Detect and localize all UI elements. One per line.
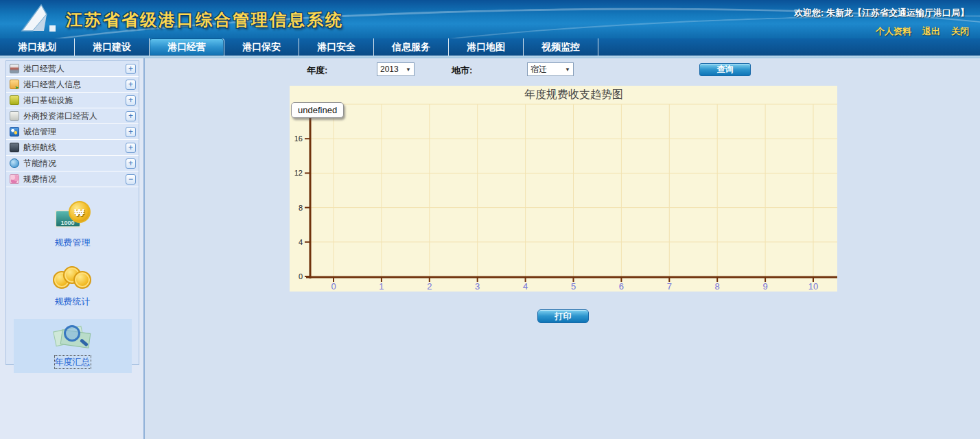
svg-text:0: 0 — [299, 272, 303, 281]
svg-text:6: 6 — [619, 281, 624, 292]
sidebar-item-foreign-investors[interactable]: 外商投资港口经营人 + — [6, 108, 139, 124]
submenu-item-fee-statistics[interactable]: 规费统计 — [53, 264, 93, 308]
header-links: 个人资料 退出 关闭 — [876, 25, 969, 38]
close-link[interactable]: 关闭 — [951, 25, 969, 38]
annual-summary-magnifier-icon — [53, 324, 93, 351]
tab-port-operation[interactable]: 港口经营 — [150, 38, 224, 56]
chart-canvas: 0481216012345678910年度规费收支趋势图 — [290, 86, 837, 292]
main-nav: 港口规划 港口建设 港口经营 港口保安 港口安全 信息服务 港口地图 视频监控 — [0, 38, 980, 56]
folder-arrow-icon — [10, 80, 19, 89]
tab-video-monitor[interactable]: 视频监控 — [524, 38, 598, 56]
logout-link[interactable]: 退出 — [922, 25, 940, 38]
expand-toggle[interactable]: + — [126, 64, 136, 74]
tab-port-construction[interactable]: 港口建设 — [75, 38, 150, 56]
svg-text:7: 7 — [667, 281, 672, 292]
investor-doc-icon — [10, 111, 19, 121]
svg-text:16: 16 — [294, 134, 303, 143]
sidebar-item-port-operators[interactable]: 港口经营人 + — [6, 61, 139, 77]
expand-toggle[interactable]: + — [126, 111, 136, 121]
fee-management-coin-icon: 1000 ₩ — [54, 201, 92, 233]
tab-port-planning[interactable]: 港口规划 — [0, 38, 75, 56]
route-icon — [10, 143, 19, 152]
sidebar-panel: 港口经营人 + 港口经营人信息 + 港口基础设施 + 外商投资港口经营人 + 诚… — [5, 60, 139, 365]
city-select[interactable]: 宿迁 ▼ — [527, 62, 574, 76]
welcome-text: 欢迎您: 朱新龙【江苏省交通运输厅港口局】 — [794, 7, 969, 19]
expand-toggle[interactable]: + — [126, 158, 136, 169]
header: 江苏省省级港口综合管理信息系统 欢迎您: 朱新龙【江苏省交通运输厅港口局】 个人… — [0, 0, 980, 38]
chart-legend: undefined — [291, 102, 344, 118]
trend-chart: 0481216012345678910年度规费收支趋势图 undefined — [290, 86, 837, 292]
collapse-toggle[interactable]: − — [126, 174, 136, 185]
sidebar-item-energy[interactable]: 节能情况 + — [6, 156, 139, 171]
page-title: 江苏省省级港口综合管理信息系统 — [66, 9, 344, 31]
svg-text:4: 4 — [523, 281, 528, 292]
sidebar-item-integrity[interactable]: 诚信管理 + — [6, 124, 139, 140]
svg-text:5: 5 — [571, 281, 576, 292]
sidebar-item-routes[interactable]: 航班航线 + — [6, 140, 139, 156]
profile-link[interactable]: 个人资料 — [876, 25, 911, 38]
year-select[interactable]: 2013 ▼ — [377, 62, 415, 76]
expand-toggle[interactable]: + — [126, 127, 136, 137]
sidebar-item-infrastructure[interactable]: 港口基础设施 + — [6, 93, 139, 108]
tab-port-security[interactable]: 港口保安 — [224, 38, 299, 56]
fee-flower-icon — [10, 174, 19, 184]
svg-text:1: 1 — [379, 281, 384, 292]
chevron-down-icon: ▼ — [406, 67, 411, 73]
submenu-item-annual-summary[interactable]: 年度汇总 — [14, 319, 132, 373]
expand-toggle[interactable]: + — [126, 143, 136, 153]
integrity-icon — [10, 127, 19, 137]
svg-text:10: 10 — [808, 281, 818, 292]
svg-text:12: 12 — [294, 169, 303, 177]
svg-text:0: 0 — [331, 281, 336, 292]
svg-text:9: 9 — [762, 281, 767, 292]
sidebar: 港口经营人 + 港口经营人信息 + 港口基础设施 + 外商投资港口经营人 + 诚… — [0, 58, 145, 439]
page: 江苏省省级港口综合管理信息系统 欢迎您: 朱新龙【江苏省交通运输厅港口局】 个人… — [0, 0, 980, 439]
submenu-item-fee-management[interactable]: 1000 ₩ 规费管理 — [54, 201, 92, 249]
energy-globe-icon — [10, 158, 19, 168]
tab-info-service[interactable]: 信息服务 — [374, 38, 449, 56]
city-label: 地市: — [452, 64, 472, 77]
expand-toggle[interactable]: + — [126, 80, 136, 90]
svg-text:年度规费收支趋势图: 年度规费收支趋势图 — [524, 88, 623, 100]
main-content: 年度: 2013 ▼ 地市: 宿迁 ▼ 查询 04812160123456789… — [146, 58, 980, 439]
sidebar-item-operator-info[interactable]: 港口经营人信息 + — [6, 77, 139, 93]
search-button[interactable]: 查询 — [699, 63, 751, 76]
svg-text:3: 3 — [475, 281, 480, 292]
svg-text:8: 8 — [299, 204, 303, 212]
fee-submenu: 1000 ₩ 规费管理 规费统计 年度汇总 — [6, 187, 139, 373]
infrastructure-icon — [10, 95, 19, 105]
app-logo-icon — [21, 3, 62, 35]
expand-toggle[interactable]: + — [126, 95, 136, 106]
tab-port-safety[interactable]: 港口安全 — [299, 38, 374, 56]
tab-port-map[interactable]: 港口地图 — [449, 38, 524, 56]
year-label: 年度: — [307, 64, 327, 77]
fee-statistics-coins-icon — [53, 264, 93, 292]
svg-text:8: 8 — [715, 281, 720, 292]
svg-text:2: 2 — [427, 281, 432, 292]
svg-text:4: 4 — [299, 238, 303, 246]
chevron-down-icon: ▼ — [565, 67, 570, 73]
sidebar-item-fees[interactable]: 规费情况 − — [6, 171, 139, 187]
print-button[interactable]: 打印 — [537, 309, 589, 323]
photo-icon — [10, 64, 19, 73]
